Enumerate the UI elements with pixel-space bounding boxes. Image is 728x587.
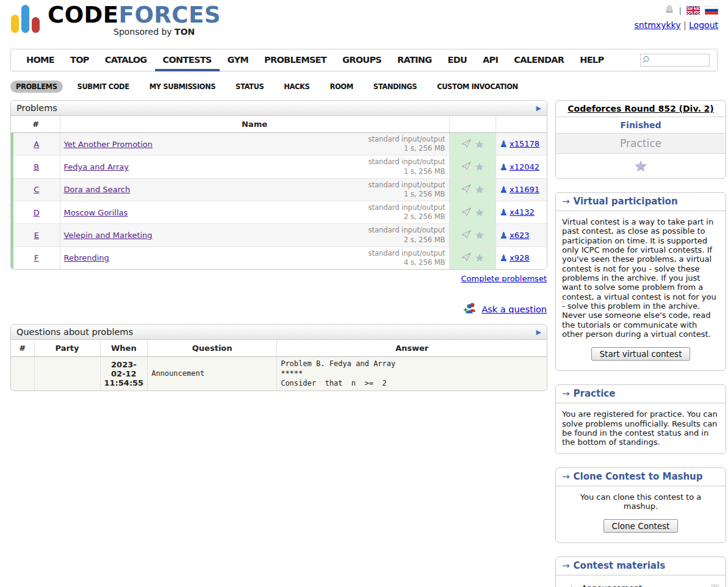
submit-plane-icon[interactable]: [461, 252, 472, 264]
problem-limits: 1 s, 256 MB: [404, 167, 445, 176]
favorite-star-icon[interactable]: ★: [475, 229, 484, 241]
tab-room[interactable]: ROOM: [325, 81, 359, 93]
menu-item-calendar[interactable]: CALENDAR: [506, 49, 572, 71]
problem-name-link[interactable]: Velepin and Marketing: [64, 231, 153, 240]
ask-question-link[interactable]: Ask a question: [481, 304, 547, 314]
questions-expand-arrow-icon[interactable]: ▶: [536, 328, 541, 336]
menu-item-home[interactable]: HOME: [18, 49, 62, 71]
problems-expand-arrow-icon[interactable]: ▶: [536, 104, 541, 112]
problem-letter-link[interactable]: A: [34, 140, 39, 149]
close-icon[interactable]: ×: [711, 584, 719, 587]
problem-io: standard input/output: [368, 181, 445, 189]
search-icon: [642, 55, 652, 67]
complete-problemset-link[interactable]: Complete problemset: [461, 274, 547, 283]
favorite-star-icon[interactable]: ★: [475, 161, 484, 173]
problem-letter-link[interactable]: D: [34, 208, 40, 217]
answer-line: *****: [281, 369, 543, 378]
question-index: [11, 357, 34, 391]
problem-name-link[interactable]: Dora and Search: [64, 185, 131, 194]
search-box: [640, 54, 710, 67]
clone-contest-button[interactable]: Clone Contest: [604, 519, 679, 533]
problems-col-solved: [496, 116, 547, 133]
solved-count-link[interactable]: x928: [510, 253, 530, 262]
menu-item-contests[interactable]: CONTESTS: [155, 49, 220, 71]
questions-col-party: Party: [34, 340, 100, 357]
problem-limits: 1 s, 256 MB: [404, 190, 445, 198]
questions-box: Questions about problems ▶ # Party When …: [10, 324, 547, 391]
problems-box: Problems ▶ # Name A: [10, 100, 547, 270]
menu-item-top[interactable]: TOP: [62, 49, 97, 71]
favorite-star-icon[interactable]: ★: [475, 139, 484, 150]
menu-item-groups[interactable]: GROUPS: [334, 49, 389, 71]
solved-count-link[interactable]: x12042: [510, 162, 539, 171]
problem-name-link[interactable]: Fedya and Array: [64, 162, 129, 171]
announcement-link[interactable]: Announcement: [582, 583, 711, 587]
solved-person-icon: ♟: [500, 253, 508, 264]
tab-hacks[interactable]: HACKS: [278, 81, 315, 93]
contest-tabs: PROBLEMS SUBMIT CODE MY SUBMISSIONS STAT…: [10, 81, 718, 93]
problem-name-link[interactable]: Yet Another Promotion: [64, 140, 153, 149]
menu-item-gym[interactable]: GYM: [220, 49, 256, 71]
tab-custom-invocation[interactable]: CUSTOM INVOCATION: [431, 81, 524, 93]
solved-person-icon: ♟: [500, 139, 508, 149]
solved-count-link[interactable]: x623: [510, 231, 530, 240]
user-box: | sntmxykky | Logout: [635, 5, 718, 30]
question-answer: Problem B. Fedya and Array ***** Conside…: [277, 357, 547, 391]
submit-plane-icon[interactable]: [461, 184, 472, 195]
question-party: [34, 357, 100, 391]
solved-count-link[interactable]: x4132: [510, 207, 535, 217]
contest-title-link[interactable]: Codeforces Round 852 (Div. 2): [568, 104, 713, 113]
problems-caption: Problems: [16, 103, 57, 113]
problem-letter-link[interactable]: C: [34, 185, 39, 194]
material-item-announcement: • Announcement ×: [562, 583, 719, 587]
problem-name-link[interactable]: Moscow Gorillas: [64, 208, 128, 217]
tab-status[interactable]: STATUS: [230, 81, 269, 93]
problem-letter-link[interactable]: B: [34, 162, 39, 171]
submit-plane-icon[interactable]: [461, 207, 472, 218]
problem-io: standard input/output: [368, 226, 445, 234]
solved-person-icon: ♟: [500, 230, 508, 241]
menu-item-api[interactable]: API: [475, 49, 506, 71]
answer-line: Problem B. Fedya and Array: [281, 359, 543, 369]
questions-caption: Questions about problems: [16, 327, 133, 337]
menu-item-edu[interactable]: EDU: [439, 49, 475, 71]
problem-io: standard input/output: [368, 135, 445, 143]
tab-submit-code[interactable]: SUBMIT CODE: [72, 81, 135, 93]
menu-item-rating[interactable]: RATING: [389, 49, 439, 71]
menu-item-catalog[interactable]: CATALOG: [97, 49, 155, 71]
start-virtual-contest-button[interactable]: Start virtual contest: [591, 347, 691, 361]
question-text: Announcement: [148, 357, 277, 391]
menu-item-help[interactable]: HELP: [572, 49, 611, 71]
problems-col-name: Name: [60, 116, 449, 133]
logout-link[interactable]: Logout: [689, 20, 718, 30]
favorite-star-icon[interactable]: ★: [475, 184, 484, 195]
tab-problems[interactable]: PROBLEMS: [10, 81, 63, 93]
menu-item-problemset[interactable]: PROBLEMSET: [256, 49, 334, 71]
problem-name-link[interactable]: Rebrending: [64, 253, 109, 262]
practice-title: Practice: [574, 388, 616, 399]
favorite-star-icon[interactable]: ★: [475, 207, 484, 218]
solved-count-link[interactable]: x11691: [510, 185, 539, 194]
solved-count-link[interactable]: x15178: [510, 139, 539, 148]
heading-arrow-icon: →: [562, 560, 570, 571]
heading-arrow-icon: →: [562, 388, 570, 399]
bell-icon[interactable]: [665, 5, 674, 16]
submit-plane-icon[interactable]: [461, 161, 472, 173]
russian-flag-icon[interactable]: [705, 6, 718, 15]
questions-col-question: Question: [148, 340, 277, 357]
page-header: CODEFORCES Sponsored by TON | sntmxykky …: [0, 0, 728, 49]
username-link[interactable]: sntmxykky: [635, 20, 681, 30]
favorite-star-icon[interactable]: ★: [475, 252, 484, 264]
tab-standings[interactable]: STANDINGS: [368, 81, 422, 93]
submit-plane-icon[interactable]: [461, 229, 472, 241]
english-flag-icon[interactable]: [687, 6, 700, 15]
codeforces-logo[interactable]: CODEFORCES Sponsored by TON: [11, 4, 221, 36]
submit-plane-icon[interactable]: [461, 139, 472, 150]
problem-letter-link[interactable]: E: [34, 231, 39, 240]
problem-letter-link[interactable]: F: [34, 253, 38, 262]
user-links-divider: |: [683, 20, 687, 30]
solved-person-icon: ♟: [500, 162, 508, 173]
tab-my-submissions[interactable]: MY SUBMISSIONS: [144, 81, 221, 93]
logo-sponsor-text: Sponsored by TON: [48, 27, 221, 36]
contest-star-icon[interactable]: ★: [634, 157, 647, 175]
